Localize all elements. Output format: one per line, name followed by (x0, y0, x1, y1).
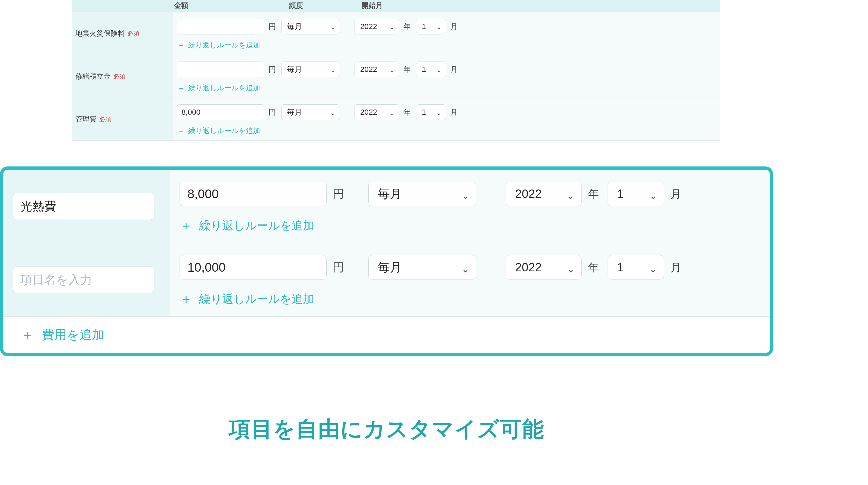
unit-year: 年 (588, 260, 599, 275)
unit-yen: 円 (333, 186, 344, 201)
unit-year: 年 (403, 22, 411, 31)
custom-expense-row: 円 毎月 2022 年 1 月 (3, 170, 770, 243)
table-header-row: 金額 頻度 開始月 (72, 0, 720, 12)
feature-caption: 項目を自由にカスタマイズ可能 (0, 415, 773, 444)
header-frequency: 頻度 (289, 1, 362, 10)
frequency-select[interactable]: 毎月 (368, 255, 476, 280)
chevron-down-icon (650, 264, 657, 271)
row-label-cell: 地震火災保険料 必須 (72, 12, 173, 55)
plus-icon: ＋ (177, 127, 185, 135)
unit-year: 年 (403, 65, 411, 74)
chevron-down-icon (390, 110, 394, 115)
unit-year: 年 (403, 107, 411, 117)
month-select[interactable]: 1 (608, 255, 664, 280)
unit-yen: 円 (333, 260, 344, 275)
unit-yen: 円 (269, 22, 276, 31)
expense-name-input[interactable] (13, 266, 154, 293)
chevron-down-icon (567, 264, 574, 271)
month-select[interactable]: 1 (608, 182, 664, 206)
plus-icon: ＋ (177, 41, 185, 49)
row-label-cell: 修繕積立金 必須 (72, 55, 173, 98)
add-expense-button[interactable]: ＋ 費用を追加 (3, 317, 770, 353)
chevron-down-icon (462, 190, 469, 197)
year-select[interactable]: 2022 (354, 19, 399, 34)
expense-table: 金額 頻度 開始月 地震火災保険料 必須 円 毎月 2022 (72, 0, 720, 141)
row-label: 地震火災保険料 (75, 29, 125, 38)
header-start-month: 開始月 (362, 1, 470, 10)
unit-yen: 円 (269, 65, 276, 74)
chevron-down-icon (330, 67, 335, 72)
add-rule-button[interactable]: ＋ 繰り返しルールを追加 (173, 40, 720, 50)
frequency-select[interactable]: 毎月 (281, 19, 340, 34)
amount-input[interactable] (177, 104, 264, 120)
unit-year: 年 (588, 187, 599, 201)
year-select[interactable]: 2022 (506, 255, 582, 280)
chevron-down-icon (330, 24, 335, 29)
unit-month: 月 (450, 65, 458, 74)
month-select[interactable]: 1 (416, 19, 446, 34)
frequency-select[interactable]: 毎月 (281, 62, 340, 77)
month-select[interactable]: 1 (416, 104, 446, 120)
expense-row: 管理費 必須 円 毎月 2022 年 1 (72, 98, 720, 141)
required-badge: 必須 (113, 72, 125, 80)
chevron-down-icon (567, 190, 574, 197)
chevron-down-icon (650, 190, 657, 197)
required-badge: 必須 (99, 115, 111, 123)
plus-icon: ＋ (180, 293, 193, 305)
chevron-down-icon (390, 67, 394, 72)
row-label: 管理費 (75, 115, 97, 124)
unit-yen: 円 (269, 107, 276, 117)
frequency-select[interactable]: 毎月 (368, 182, 476, 206)
unit-month: 月 (450, 22, 458, 31)
plus-icon: ＋ (21, 328, 34, 342)
amount-input[interactable] (177, 19, 264, 34)
unit-month: 月 (671, 260, 681, 275)
header-amount: 金額 (173, 1, 289, 10)
frequency-select[interactable]: 毎月 (281, 104, 340, 120)
expense-row: 修繕積立金 必須 円 毎月 2022 年 (72, 55, 720, 98)
chevron-down-icon (436, 110, 441, 115)
amount-input[interactable] (180, 182, 327, 206)
row-label-cell: 管理費 必須 (72, 98, 173, 140)
add-rule-button[interactable]: ＋ 繰り返しルールを追加 (180, 291, 770, 306)
add-rule-button[interactable]: ＋ 繰り返しルールを追加 (180, 218, 770, 233)
plus-icon: ＋ (180, 219, 193, 232)
chevron-down-icon (390, 24, 394, 29)
unit-month: 月 (450, 107, 458, 117)
expense-name-input[interactable] (13, 193, 154, 220)
chevron-down-icon (330, 110, 335, 115)
add-rule-button[interactable]: ＋ 繰り返しルールを追加 (173, 126, 720, 135)
custom-expense-panel: 円 毎月 2022 年 1 月 (0, 166, 773, 356)
year-select[interactable]: 2022 (506, 182, 582, 206)
month-select[interactable]: 1 (416, 62, 446, 77)
amount-input[interactable] (180, 255, 327, 280)
expense-row: 地震火災保険料 必須 円 毎月 2022 年 (72, 12, 720, 55)
chevron-down-icon (436, 24, 441, 29)
chevron-down-icon (436, 67, 441, 72)
required-badge: 必須 (127, 30, 140, 38)
custom-expense-row: 円 毎月 2022 年 1 月 (3, 243, 770, 317)
add-rule-button[interactable]: ＋ 繰り返しルールを追加 (173, 83, 720, 93)
year-select[interactable]: 2022 (354, 104, 399, 120)
chevron-down-icon (462, 264, 469, 271)
year-select[interactable]: 2022 (354, 62, 399, 77)
amount-input[interactable] (177, 62, 264, 77)
plus-icon: ＋ (177, 84, 185, 92)
row-label: 修繕積立金 (75, 71, 111, 81)
unit-month: 月 (671, 187, 681, 201)
